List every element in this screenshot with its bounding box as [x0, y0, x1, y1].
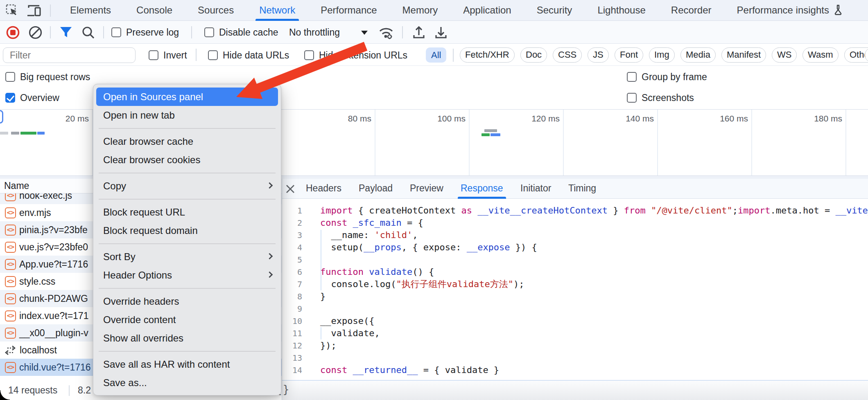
menu-item-show-all-overrides[interactable]: Show all overrides [93, 329, 281, 347]
code-line: 6function validate() { [282, 266, 868, 278]
menu-item-save-as[interactable]: Save as... [93, 373, 281, 392]
tab-security[interactable]: Security [524, 0, 585, 21]
type-filter-font[interactable]: Font [615, 47, 643, 63]
throttling-caret-icon[interactable] [360, 30, 368, 35]
response-code-view[interactable]: 1import { createHotContext as __vite__cr… [282, 199, 868, 380]
export-har-icon[interactable] [434, 25, 448, 39]
tab-lighthouse[interactable]: Lighthouse [585, 0, 658, 21]
type-filter-doc[interactable]: Doc [520, 47, 547, 63]
menu-item-open-in-sources-panel[interactable]: Open in Sources panel [96, 88, 278, 106]
detail-tab-headers[interactable]: Headers [306, 179, 341, 199]
preserve-log-checkbox[interactable] [111, 27, 121, 37]
menu-separator [93, 284, 281, 292]
type-filter-fetch-xhr[interactable]: Fetch/XHR [460, 47, 515, 63]
request-name: env.mjs [19, 207, 51, 218]
group-by-frame-checkbox[interactable] [627, 72, 637, 82]
type-filter-css[interactable]: CSS [553, 47, 582, 63]
request-name: __x00__plugin-v [19, 328, 88, 339]
devtools-tabbar: ElementsConsoleSourcesNetworkPerformance… [0, 0, 868, 21]
import-har-icon[interactable] [412, 25, 426, 39]
script-file-icon: <> [5, 225, 16, 236]
hide-extension-urls-checkbox[interactable] [304, 50, 314, 60]
line-number: 5 [282, 254, 302, 266]
requests-count: 14 requests [8, 385, 57, 396]
script-file-icon: <> [5, 293, 16, 304]
tab-overflow[interactable]: Ed [856, 0, 868, 21]
tab-network[interactable]: Network [246, 0, 308, 21]
detail-tab-payload[interactable]: Payload [359, 179, 393, 199]
type-filter-wasm[interactable]: Wasm [802, 47, 839, 63]
detail-tab-preview[interactable]: Preview [410, 179, 443, 199]
type-filter-img[interactable]: Img [649, 47, 675, 63]
tab-memory[interactable]: Memory [390, 0, 451, 21]
menu-separator [93, 347, 281, 355]
screenshots-checkbox[interactable] [627, 93, 637, 103]
detail-tab-response[interactable]: Response [461, 179, 503, 199]
filter-icon[interactable] [59, 26, 72, 38]
invert-label: Invert [163, 50, 187, 61]
line-number: 12 [282, 339, 302, 352]
timeline-tick-label: 120 ms [498, 114, 560, 124]
device-toolbar-icon[interactable] [27, 4, 42, 17]
search-icon[interactable] [81, 26, 95, 39]
clear-icon[interactable] [29, 26, 42, 39]
request-detail-panel: HeadersPayloadPreviewResponseInitiatorTi… [282, 179, 868, 400]
timeline-gridline [375, 110, 375, 175]
menu-item-open-in-new-tab[interactable]: Open in new tab [93, 106, 281, 124]
record-icon[interactable] [6, 26, 20, 39]
type-filter-manifest[interactable]: Manifest [721, 47, 766, 63]
menu-item-block-request-url[interactable]: Block request URL [93, 203, 281, 221]
menu-item-copy[interactable]: Copy [93, 177, 281, 195]
inspect-element-icon[interactable] [6, 4, 19, 17]
timeline-tick-label: 140 ms [592, 114, 654, 124]
overview-checkbox[interactable] [5, 93, 15, 103]
tab-recorder[interactable]: Recorder [658, 0, 724, 21]
transferred-size: 8.2 [78, 385, 91, 396]
timeline-bar [481, 133, 490, 136]
big-request-rows-checkbox[interactable] [5, 72, 15, 82]
timeline-selection-handle[interactable] [0, 110, 3, 124]
hide-data-urls-checkbox[interactable] [208, 50, 218, 60]
close-icon[interactable] [285, 184, 296, 194]
type-filter-js[interactable]: JS [588, 47, 609, 63]
tab-application[interactable]: Application [450, 0, 524, 21]
code-text: const __returned__ = { validate } [320, 364, 499, 376]
tab-performance[interactable]: Performance [308, 0, 389, 21]
menu-item-clear-browser-cache[interactable]: Clear browser cache [93, 132, 281, 151]
type-filter-ws[interactable]: WS [772, 47, 797, 63]
menu-item-save-all-as-har-with-content[interactable]: Save all as HAR with content [93, 355, 281, 373]
type-filter-media[interactable]: Media [680, 47, 716, 63]
menu-separator [93, 124, 281, 132]
throttling-select[interactable]: No throttling [289, 27, 340, 38]
screenshots-label: Screenshots [642, 92, 694, 103]
toolbar-separator [196, 49, 197, 61]
menu-item-clear-browser-cookies[interactable]: Clear browser cookies [93, 151, 281, 169]
menu-item-sort-by[interactable]: Sort By [93, 247, 281, 266]
code-text: __name: 'child', [320, 229, 418, 241]
line-number: 9 [282, 303, 302, 315]
detail-tab-initiator[interactable]: Initiator [520, 179, 551, 199]
menu-item-override-headers[interactable]: Override headers [93, 292, 281, 310]
tab-sources[interactable]: Sources [185, 0, 246, 21]
menu-item-block-request-domain[interactable]: Block request domain [93, 221, 281, 240]
type-filter-all[interactable]: All [426, 47, 446, 63]
filter-input[interactable] [3, 47, 136, 63]
tab-performance-insights[interactable]: Performance insights [724, 0, 856, 21]
network-conditions-icon[interactable] [377, 26, 395, 40]
line-number: 6 [282, 266, 302, 278]
invert-checkbox[interactable] [149, 50, 158, 60]
code-line: 8} [282, 290, 868, 303]
request-name: index.vue?t=171 [19, 310, 88, 321]
detail-tab-timing[interactable]: Timing [568, 179, 596, 199]
tab-elements[interactable]: Elements [57, 0, 124, 21]
menu-separator [93, 169, 281, 177]
disable-cache-checkbox[interactable] [204, 27, 214, 37]
timeline-gridline [469, 110, 470, 175]
window-corner [0, 390, 10, 400]
preserve-log-label: Preserve log [126, 27, 179, 38]
code-text: function validate() { [320, 266, 434, 278]
menu-item-override-content[interactable]: Override content [93, 310, 281, 329]
tab-console[interactable]: Console [124, 0, 185, 21]
menu-item-header-options[interactable]: Header Options [93, 266, 281, 284]
timeline-gridline [563, 110, 564, 175]
